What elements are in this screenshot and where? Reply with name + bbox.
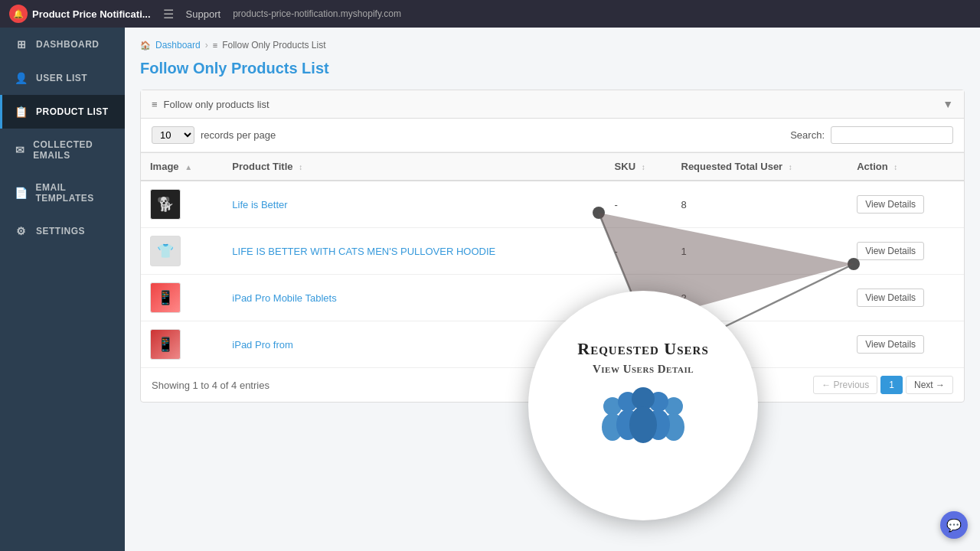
- view-details-button-1[interactable]: View Details: [857, 195, 924, 214]
- card-header: ≡ Follow only products list ▼: [141, 90, 964, 119]
- breadcrumb: 🏠 Dashboard › ≡ Follow Only Products Lis…: [140, 40, 965, 51]
- next-button[interactable]: Next →: [906, 376, 953, 394]
- product-title-link-2[interactable]: LIFE IS BETTER WITH CATS MEN'S PULLOVER …: [232, 246, 495, 257]
- product-title-link-3[interactable]: iPad Pro Mobile Tablets: [232, 292, 336, 304]
- products-card: ≡ Follow only products list ▼ 10 25 50 1…: [140, 90, 965, 403]
- content-area: 🏠 Dashboard › ≡ Follow Only Products Lis…: [125, 28, 980, 551]
- records-label: records per page: [201, 129, 276, 141]
- sidebar-label-collected-emails: COLLECTED EMAILS: [33, 139, 113, 161]
- col-requested-total-user[interactable]: Requested Total User ↕: [672, 153, 848, 181]
- sidebar-label-user-list: USER LIST: [36, 73, 87, 83]
- table-row: 📱iPad Pro Mobile Tablets-2View Details: [141, 275, 964, 321]
- sidebar-item-settings[interactable]: ⚙ SETTINGS: [0, 214, 125, 248]
- sidebar-item-dashboard[interactable]: ⊞ DASHBOARD: [0, 28, 125, 61]
- main-layout: ⊞ DASHBOARD 👤 USER LIST 📋 PRODUCT LIST ✉…: [0, 28, 980, 551]
- app-name: Product Price Notificati...: [32, 8, 151, 20]
- topbar: Product Price Notificati... ☰ Support pr…: [0, 0, 980, 28]
- app-brand: Product Price Notificati...: [9, 5, 151, 23]
- requested-total-user-2: 1: [672, 228, 848, 275]
- records-per-page-select[interactable]: 10 25 50 100: [152, 126, 194, 144]
- col-action[interactable]: Action ↕: [848, 153, 964, 181]
- col-sku[interactable]: SKU ↕: [606, 153, 672, 181]
- pagination-area: Showing 1 to 4 of 4 entries ← Previous 1…: [141, 368, 964, 402]
- sidebar: ⊞ DASHBOARD 👤 USER LIST 📋 PRODUCT LIST ✉…: [0, 28, 125, 551]
- toolbar: 10 25 50 100 records per page Search:: [141, 119, 964, 152]
- sidebar-label-product-list: PRODUCT LIST: [36, 106, 109, 117]
- sidebar-item-user-list[interactable]: 👤 USER LIST: [0, 61, 125, 95]
- collected-emails-icon: ✉: [15, 144, 25, 156]
- sidebar-item-product-list[interactable]: 📋 PRODUCT LIST: [0, 95, 125, 129]
- breadcrumb-separator: ›: [205, 40, 208, 51]
- app-icon: [9, 5, 28, 23]
- dashboard-icon: ⊞: [15, 38, 28, 51]
- showing-text: Showing 1 to 4 of 4 entries: [152, 380, 270, 391]
- page-title: Follow Only Products List: [140, 60, 965, 77]
- user-list-icon: 👤: [15, 72, 28, 84]
- product-image-3: 📱: [150, 282, 181, 313]
- menu-icon[interactable]: ☰: [163, 7, 174, 21]
- product-title-link-4[interactable]: iPad Pro from: [232, 339, 292, 350]
- table-row: 👕LIFE IS BETTER WITH CATS MEN'S PULLOVER…: [141, 228, 964, 275]
- view-details-button-2[interactable]: View Details: [857, 242, 924, 260]
- search-input[interactable]: [831, 126, 953, 144]
- table-row: 📱iPad Pro from-1View Details: [141, 321, 964, 368]
- sku-3: -: [606, 275, 672, 321]
- sku-2: -: [606, 228, 672, 275]
- home-icon: 🏠: [140, 41, 151, 51]
- product-image-1: 🐕: [150, 189, 181, 220]
- sidebar-label-settings: SETTINGS: [36, 226, 85, 236]
- requested-total-user-1: 8: [672, 181, 848, 228]
- sku-4: -: [606, 321, 672, 368]
- settings-icon: ⚙: [15, 225, 28, 237]
- breadcrumb-current: Follow Only Products List: [222, 40, 325, 51]
- sidebar-label-email-templates: EMAIL TEMPLATES: [36, 182, 113, 204]
- table-header-row: Image ▲ Product Title ↕ SKU ↕ Requested …: [141, 153, 964, 181]
- product-image-4: 📱: [150, 329, 181, 360]
- col-image[interactable]: Image ▲: [141, 153, 223, 181]
- list-icon: ≡: [213, 41, 217, 50]
- sidebar-item-collected-emails[interactable]: ✉ COLLECTED EMAILS: [0, 129, 125, 171]
- card-header-left: ≡ Follow only products list: [152, 99, 270, 110]
- requested-total-user-3: 2: [672, 275, 848, 321]
- products-table: Image ▲ Product Title ↕ SKU ↕ Requested …: [141, 152, 964, 368]
- page-1-button[interactable]: 1: [880, 376, 903, 394]
- chat-bubble[interactable]: 💬: [940, 511, 968, 539]
- card-collapse-button[interactable]: ▼: [942, 98, 953, 110]
- sidebar-label-dashboard: DASHBOARD: [36, 39, 100, 50]
- store-url: products-price-notification.myshopify.co…: [233, 8, 401, 19]
- support-link[interactable]: Support: [186, 8, 221, 20]
- card-header-label: Follow only products list: [164, 99, 270, 110]
- col-product-title[interactable]: Product Title ↕: [223, 153, 605, 181]
- sidebar-item-email-templates[interactable]: 📄 EMAIL TEMPLATES: [0, 171, 125, 214]
- breadcrumb-home[interactable]: Dashboard: [155, 40, 201, 51]
- email-templates-icon: 📄: [15, 187, 28, 199]
- product-list-icon: 📋: [15, 106, 28, 118]
- pagination-controls: ← Previous 1 Next →: [813, 376, 953, 394]
- previous-button[interactable]: ← Previous: [813, 376, 877, 394]
- view-details-button-3[interactable]: View Details: [857, 289, 924, 307]
- card-header-icon: ≡: [152, 99, 158, 110]
- requested-total-user-4: 1: [672, 321, 848, 368]
- view-details-button-4[interactable]: View Details: [857, 335, 924, 354]
- toolbar-right: Search:: [790, 126, 953, 144]
- product-title-link-1[interactable]: Life is Better: [232, 199, 287, 210]
- product-image-2: 👕: [150, 236, 181, 266]
- toolbar-left: 10 25 50 100 records per page: [152, 126, 276, 144]
- search-label: Search:: [790, 129, 825, 141]
- table-row: 🐕Life is Better-8View Details: [141, 181, 964, 228]
- sku-1: -: [606, 181, 672, 228]
